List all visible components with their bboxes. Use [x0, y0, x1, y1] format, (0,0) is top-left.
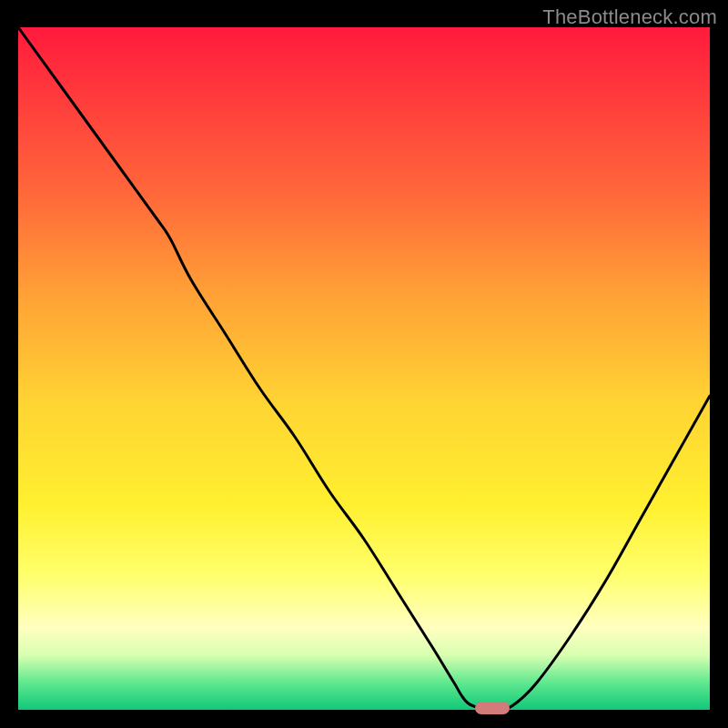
bottleneck-curve: [18, 27, 710, 710]
chart-frame: TheBottleneck.com: [0, 0, 728, 728]
watermark-text: TheBottleneck.com: [542, 5, 717, 29]
plot-area: [18, 27, 710, 710]
optimum-marker: [475, 702, 510, 714]
